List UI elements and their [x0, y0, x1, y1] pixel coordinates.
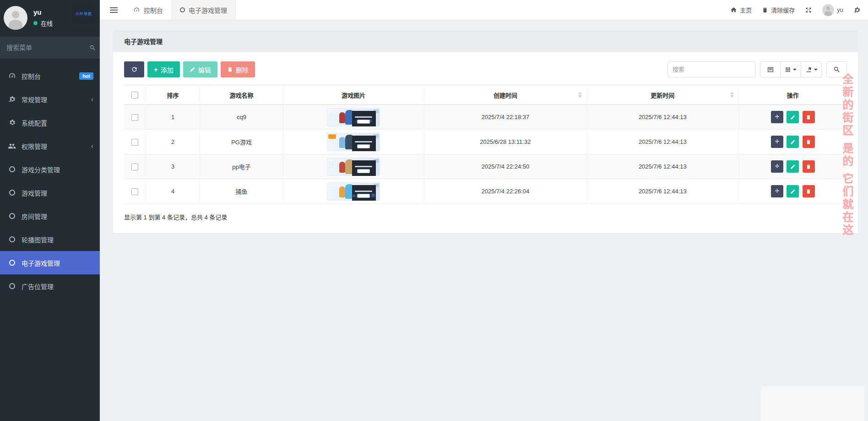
delete-button[interactable]: 删除 [221, 61, 255, 77]
sidebar-item-room-manage[interactable]: 房间管理 [0, 204, 100, 228]
home-link[interactable]: 主页 [730, 5, 752, 14]
cell-name: pp电子 [200, 154, 283, 179]
search-icon[interactable] [89, 44, 96, 51]
add-button-label: 添加 [161, 65, 174, 74]
table-row[interactable]: 3 pp电子 SLOT GAME PP电子 2025/7/4 22:24: [124, 154, 847, 179]
row-edit-button[interactable] [787, 136, 799, 148]
user-menu[interactable]: yu [822, 4, 843, 16]
sidebar-item-system-config[interactable]: 系统配置 [0, 111, 100, 134]
row-checkbox[interactable] [131, 114, 138, 121]
edit-button[interactable]: 编辑 [183, 61, 217, 77]
select-all-checkbox[interactable] [131, 92, 138, 98]
tachometer-icon [7, 72, 16, 80]
row-delete-button[interactable] [803, 136, 815, 148]
export-button[interactable] [801, 61, 822, 77]
gear-icon [7, 119, 16, 126]
avatar [822, 4, 834, 16]
expand-icon [805, 6, 812, 14]
circle-icon [7, 190, 16, 196]
menu-search-input[interactable] [6, 44, 89, 51]
cell-updated: 2025/7/6 12:44:13 [587, 154, 739, 179]
tab-dashboard[interactable]: 控制台 [125, 0, 171, 20]
refresh-icon [131, 66, 138, 73]
table-row[interactable]: 4 捕鱼 FISH GAME BG捕鱼大师 2025/7/4 22:26: [124, 179, 847, 204]
column-header-updated[interactable]: 更新时间 [587, 85, 739, 105]
row-checkbox[interactable] [131, 188, 138, 195]
row-delete-button[interactable] [803, 111, 815, 123]
view-button-group [760, 61, 822, 77]
circle-icon [7, 166, 16, 172]
fullscreen-button[interactable] [805, 6, 812, 14]
sidebar-item-game-manage[interactable]: 游戏管理 [0, 181, 100, 204]
tab-label: 控制台 [144, 5, 163, 15]
table-search-input[interactable] [667, 61, 755, 77]
sidebar-item-dashboard[interactable]: 控制台 hot [0, 64, 100, 87]
row-edit-button[interactable] [787, 111, 799, 123]
sidebar-item-carousel-manage[interactable]: 轮播图管理 [0, 228, 100, 251]
faint-watermark-box [761, 386, 864, 421]
clear-cache-button[interactable]: 清除缓存 [762, 5, 795, 14]
sidebar-item-permissions[interactable]: 权限管理 ‹ [0, 134, 100, 158]
refresh-button[interactable] [124, 61, 144, 77]
circle-icon [7, 236, 16, 242]
drag-move-button[interactable] [771, 111, 783, 123]
cell-order: 2 [146, 130, 200, 154]
column-header-image[interactable]: 游戏图片 [283, 85, 424, 105]
topbar-right: 主页 清除缓存 yu [730, 0, 868, 20]
circle-icon [180, 7, 185, 12]
toggle-view-button[interactable] [760, 61, 781, 77]
sidebar-item-general[interactable]: 常规管理 ‹ [0, 87, 100, 111]
sidebar-item-label: 房间管理 [22, 212, 47, 221]
sort-icon[interactable] [578, 92, 582, 98]
row-delete-button[interactable] [803, 185, 815, 197]
row-checkbox[interactable] [131, 164, 138, 170]
column-header-name[interactable]: 游戏名称 [200, 85, 283, 105]
circle-icon [7, 283, 16, 289]
row-checkbox[interactable] [131, 139, 138, 146]
pencil-icon [190, 66, 195, 72]
sidebar-item-label: 系统配置 [22, 118, 47, 127]
data-table: 排序 游戏名称 游戏图片 创建时间 更新时间 操作 [124, 85, 847, 204]
drag-move-button[interactable] [771, 160, 783, 173]
game-banner-image: FISH GAME BG捕鱼大师 [327, 182, 380, 201]
plus-icon: + [154, 66, 158, 73]
game-banner-image: SLOT GAME PG电子 [327, 133, 380, 151]
drag-move-button[interactable] [771, 185, 783, 197]
sort-icon[interactable] [730, 92, 734, 98]
cell-updated: 2025/7/6 12:44:13 [587, 130, 739, 154]
settings-button[interactable] [853, 6, 861, 14]
table-row[interactable]: 1 cq9 SLOT GAME CQ9电子 2025/7/4 22:18: [124, 105, 847, 130]
table-row[interactable]: 2 PG游戏 SLOT GAME PG电子 [124, 130, 847, 154]
columns-button[interactable] [781, 61, 801, 77]
cell-order: 3 [146, 154, 200, 179]
column-header-actions: 操作 [738, 85, 847, 105]
row-edit-button[interactable] [787, 160, 799, 173]
cell-created: 2025/7/4 22:18:37 [424, 105, 586, 130]
sidebar-item-game-category[interactable]: 游戏分类管理 [0, 158, 100, 181]
add-button[interactable]: + 添加 [147, 61, 180, 77]
cell-name: cq9 [200, 105, 283, 130]
sidebar-menu: 控制台 hot 常规管理 ‹ 系统配置 权限管理 ‹ 游戏分类管理 [0, 59, 100, 298]
list-view-icon [767, 66, 774, 73]
row-delete-button[interactable] [803, 160, 815, 173]
table-toolbar: + 添加 编辑 删除 [124, 61, 847, 77]
home-icon [730, 6, 737, 13]
cell-created: 2025/7/4 22:26:04 [424, 179, 586, 204]
sidebar-item-ad-manage[interactable]: 广告位管理 [0, 274, 100, 298]
app-title: 小叶导航 [72, 3, 96, 24]
column-header-order[interactable]: 排序 [146, 85, 200, 105]
cell-updated: 2025/7/6 12:44:13 [587, 179, 739, 204]
search-toggle-button[interactable] [826, 61, 847, 77]
sidebar-item-label: 电子游戏管理 [22, 258, 60, 268]
hamburger-menu-icon[interactable] [103, 0, 125, 20]
cogs-icon [853, 6, 861, 14]
column-header-created[interactable]: 创建时间 [424, 85, 586, 105]
cell-order: 4 [146, 179, 200, 204]
tab-electronic-games[interactable]: 电子游戏管理 [171, 0, 236, 20]
sidebar: 小叶导航 yu 在线 控制台 hot 常规管理 [0, 0, 100, 421]
chevron-left-icon: ‹ [91, 96, 93, 103]
drag-move-button[interactable] [771, 136, 783, 148]
trash-icon [227, 66, 233, 72]
sidebar-item-electronic-games[interactable]: 电子游戏管理 [0, 251, 100, 274]
row-edit-button[interactable] [787, 185, 799, 197]
